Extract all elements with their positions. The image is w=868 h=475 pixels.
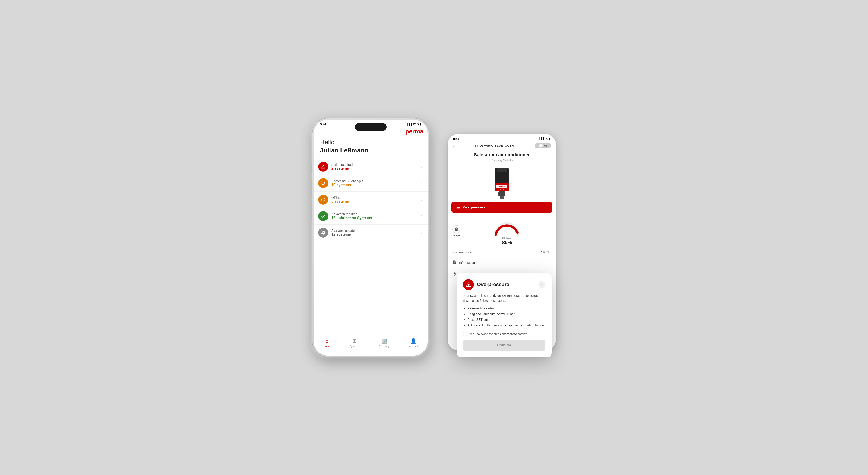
nav-company-label: Company: [379, 345, 390, 348]
device-image: perma STAR: [448, 164, 556, 200]
phone-left-screen: 9:41 ▐▐▐ WiFi ▮ perma Hello Julian Leßma…: [314, 120, 428, 355]
next-exchange-date: 12.04.2...: [539, 251, 551, 254]
updates-title: Available updates: [331, 229, 421, 232]
bottom-nav: ⌂ Home ⊞ Systems 🏢 Company 👤 Account: [314, 335, 428, 355]
mid-header-title: STAR VARIO BLUETOOTH: [475, 144, 514, 147]
list-item-upcoming-lc[interactable]: Upcoming LC changes 19 systems ›: [314, 175, 428, 192]
confirm-checkbox[interactable]: [463, 332, 467, 336]
company-dropdown-icon: ▾: [512, 159, 513, 162]
step-3: Press SET button: [467, 317, 545, 323]
action-required-count: 2 systems: [331, 166, 421, 171]
purge-icon: [452, 225, 460, 233]
information-item[interactable]: Information: [448, 257, 556, 269]
account-icon: 👤: [410, 338, 416, 344]
modal-steps-list: Release blockades Bring back pressure be…: [463, 306, 545, 329]
upcoming-lc-count: 19 systems: [331, 183, 421, 187]
list-item-offline[interactable]: Offline 5 systems ›: [314, 192, 428, 208]
home-icon: ⌂: [325, 338, 328, 344]
toggle-circle: [539, 144, 543, 147]
overpressure-modal: Overpressure × Your system is currently …: [457, 273, 552, 357]
purge-button[interactable]: Purge: [452, 225, 460, 237]
upcoming-lc-title: Upcoming LC changes: [331, 179, 421, 183]
history-icon: [452, 272, 456, 277]
toggle-label: OFF: [544, 144, 549, 147]
no-action-count: 16 Lubrication Systems: [331, 216, 421, 220]
svg-text:STAR: STAR: [500, 189, 504, 190]
back-button[interactable]: ‹: [452, 143, 454, 148]
nav-systems[interactable]: ⊞ Systems: [350, 338, 359, 348]
side-button-mute[interactable]: [311, 163, 312, 174]
greeting-text: Hello: [314, 135, 428, 147]
next-exchange-row: Next exchange 12.04.2...: [448, 248, 556, 257]
mid-time: 9:41: [453, 137, 459, 140]
list-item-updates[interactable]: Available updates 12 systems ›: [314, 225, 428, 241]
upcoming-lc-text: Upcoming LC changes 19 systems: [331, 179, 421, 187]
information-icon: [452, 260, 456, 265]
wifi-icon: WiFi: [413, 123, 419, 126]
left-status-icons: ▐▐▐ WiFi ▮: [406, 123, 421, 126]
mid-status-bar: 9:41 ▐▐▐ ⌘ ▮: [448, 134, 556, 140]
step-4: Acknowledge the error message via the co…: [467, 323, 545, 328]
systems-icon: ⊞: [352, 338, 356, 344]
fill-percent: 85%: [502, 240, 512, 245]
left-time: 9:41: [320, 123, 327, 126]
device-name: Salesroom air conditioner: [448, 151, 556, 159]
modal-checkbox-row: Yes, I followed the steps and want to co…: [463, 332, 545, 336]
gauge-container: Fill Level 85%: [463, 216, 551, 245]
svg-rect-7: [500, 196, 504, 199]
updates-count: 12 systems: [331, 232, 421, 236]
upcoming-lc-icon: [318, 178, 328, 188]
nav-systems-label: Systems: [350, 345, 359, 348]
no-action-icon: [318, 211, 328, 221]
toggle-button[interactable]: OFF: [535, 143, 551, 148]
side-button-volume-down[interactable]: [311, 201, 312, 219]
no-action-chevron: ›: [421, 214, 422, 218]
side-button-volume-up[interactable]: [311, 179, 312, 197]
signal-icon: ▐▐▐: [406, 123, 412, 126]
dynamic-island: [355, 123, 386, 131]
checkbox-label: Yes, I followed the steps and want to co…: [469, 332, 528, 336]
confirm-button[interactable]: Confirm: [463, 340, 545, 351]
svg-rect-6: [498, 191, 505, 196]
information-label: Information: [459, 261, 475, 265]
list-item-no-action[interactable]: No Action required 16 Lubrication System…: [314, 208, 428, 225]
offline-chevron: ›: [421, 197, 422, 202]
phone-left: 9:41 ▐▐▐ WiFi ▮ perma Hello Julian Leßma…: [312, 118, 430, 357]
updates-icon: [318, 228, 328, 238]
offline-count: 5 systems: [331, 199, 421, 204]
overpressure-label: Overpressure: [463, 205, 485, 209]
svg-rect-1: [497, 168, 507, 172]
right-group: 9:41 ▐▐▐ ⌘ ▮ ‹ STAR VARIO BLUETOOTH OFF …: [447, 125, 556, 350]
modal-title: Overpressure: [477, 282, 509, 287]
side-button-power[interactable]: [430, 188, 431, 215]
nav-account[interactable]: 👤 Account: [409, 338, 418, 348]
modal-title-row: Overpressure: [463, 279, 509, 290]
nav-account-label: Account: [409, 345, 418, 348]
fill-level-label: Fill Level: [502, 237, 512, 240]
no-action-text: No Action required 16 Lubrication System…: [331, 212, 421, 220]
overpressure-warning-icon: [456, 205, 461, 210]
step-1: Release blockades: [467, 306, 545, 311]
mid-wifi-icon: ⌘: [545, 137, 548, 140]
company-name: Company GmbH ▾: [448, 159, 556, 164]
dashboard-list: Action required 2 systems › Upcoming LC …: [314, 159, 428, 241]
svg-text:perma: perma: [499, 185, 505, 188]
step-2: Bring back pressure below 50 bar: [467, 311, 545, 317]
main-scene: 9:41 ▐▐▐ WiFi ▮ perma Hello Julian Leßma…: [312, 118, 556, 357]
modal-close-button[interactable]: ×: [538, 281, 545, 288]
user-name: Julian Leßmann: [314, 147, 428, 159]
modal-description: Your system is currently on low temperat…: [463, 293, 545, 329]
list-item-action-required[interactable]: Action required 2 systems ›: [314, 159, 428, 175]
action-required-text: Action required 2 systems: [331, 163, 421, 171]
updates-chevron: ›: [421, 230, 422, 235]
offline-icon: [318, 195, 328, 205]
updates-text: Available updates 12 systems: [331, 229, 421, 236]
action-required-title: Action required: [331, 163, 421, 166]
modal-header: Overpressure ×: [463, 279, 545, 290]
nav-home[interactable]: ⌂ Home: [323, 338, 330, 348]
fill-gauge-svg: [491, 216, 523, 237]
company-icon: 🏢: [381, 338, 387, 344]
action-required-icon: [318, 162, 328, 172]
mid-header: ‹ STAR VARIO BLUETOOTH OFF: [448, 140, 556, 151]
nav-company[interactable]: 🏢 Company: [379, 338, 390, 348]
